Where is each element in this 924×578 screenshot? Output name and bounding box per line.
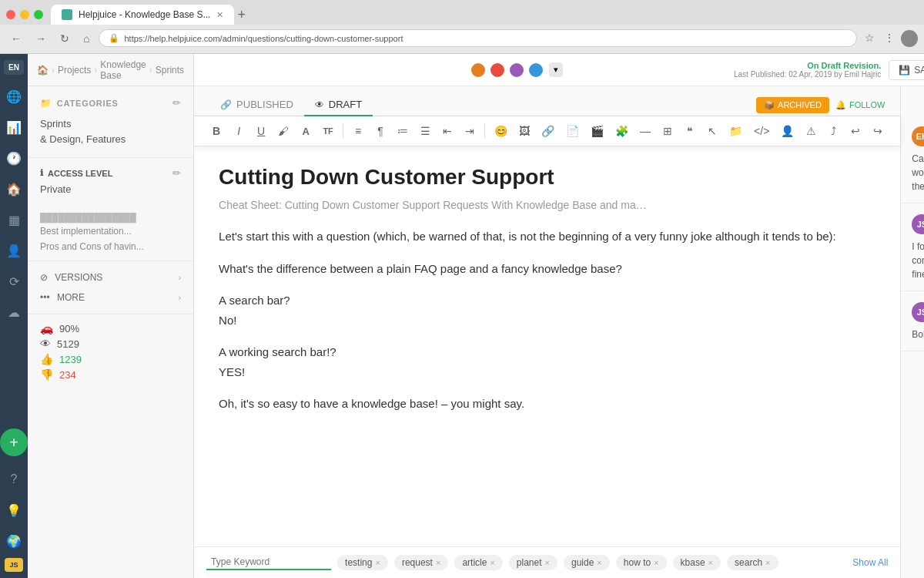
related-item-2[interactable]: Best implementation...: [40, 223, 181, 239]
comment-header-2: JS Jovan Savic 45 min. 11:23 Resolve ⋮: [912, 213, 924, 235]
views-icon: 👁: [40, 338, 51, 350]
toolbar-code[interactable]: </>: [749, 121, 774, 141]
js-badge[interactable]: JS: [5, 558, 22, 572]
toolbar-blockquote[interactable]: ❝: [680, 121, 700, 141]
stat-upvotes: 👍 1239: [40, 353, 181, 365]
toolbar-folder[interactable]: 📁: [725, 121, 747, 141]
keyword-input[interactable]: [206, 555, 331, 570]
tag-planet-close[interactable]: ×: [545, 558, 550, 567]
sidebar-icon-clock[interactable]: 🕐: [0, 144, 28, 172]
address-bar[interactable]: 🔒 https://help.helpjuice.com/admin/quest…: [99, 29, 857, 47]
toolbar-user[interactable]: 👤: [776, 121, 798, 141]
categories-edit-icon[interactable]: ✏: [172, 97, 181, 109]
versions-item[interactable]: ⊘ VERSIONS ›: [40, 267, 181, 287]
toolbar-link[interactable]: 🔗: [537, 121, 559, 141]
browser-chrome: Helpjuice - Knowledge Base S... ✕ + ← → …: [0, 0, 924, 54]
toolbar-align-left[interactable]: ≡: [348, 121, 368, 141]
toolbar-undo[interactable]: ↩: [845, 121, 865, 141]
tag-request-close[interactable]: ×: [436, 558, 440, 567]
comment-item-1: EH Emil Hajric 35 min. 11:34 Resolve ⋮ C…: [901, 116, 924, 203]
tab-title: Helpjuice - Knowledge Base S...: [79, 9, 210, 20]
save-draft-button[interactable]: 💾 SAVE DRAFT: [889, 60, 924, 80]
tag-article-close[interactable]: ×: [490, 558, 494, 567]
article-status-btns: 📦 ARCHIVED 🔔 FOLLOW: [756, 97, 885, 113]
bookmark-icon[interactable]: ☆: [862, 30, 878, 47]
follow-button[interactable]: 🔔 FOLLOW: [835, 100, 885, 110]
toolbar-warning[interactable]: ⚠: [801, 121, 821, 141]
breadcrumb-sprints[interactable]: Sprints: [156, 65, 184, 76]
archived-button[interactable]: 📦 ARCHIVED: [756, 97, 829, 113]
toolbar-share[interactable]: ⤴: [823, 121, 843, 141]
toolbar-image[interactable]: 🖼: [514, 121, 534, 141]
toolbar-font-color[interactable]: A: [296, 121, 316, 141]
tab-draft[interactable]: 👁 DRAFT: [304, 94, 373, 116]
toolbar-widget[interactable]: 🧩: [611, 121, 633, 141]
tag-guide-close[interactable]: ×: [597, 558, 601, 567]
tag-kbase-close[interactable]: ×: [708, 558, 713, 567]
add-button[interactable]: +: [0, 428, 28, 456]
stat-views: 👁 5129: [40, 338, 181, 350]
toolbar-redo[interactable]: ↪: [868, 121, 888, 141]
traffic-light-green[interactable]: [34, 10, 43, 19]
tag-search-close[interactable]: ×: [765, 558, 770, 567]
sidebar-icon-home[interactable]: 🏠: [0, 175, 28, 203]
toolbar-anchor[interactable]: ↖: [702, 121, 722, 141]
traffic-light-yellow[interactable]: [20, 10, 29, 19]
show-all-link[interactable]: Show All: [852, 557, 888, 568]
article-tabs: 🔗 PUBLISHED 👁 DRAFT 📦 ARCHIVED 🔔: [194, 86, 900, 116]
toolbar-underline[interactable]: U: [251, 121, 271, 141]
sidebar-icon-person[interactable]: 👤: [0, 237, 28, 264]
toolbar-ordered-list[interactable]: ≔: [393, 121, 413, 141]
toolbar-paragraph[interactable]: ¶: [370, 121, 390, 141]
sidebar-icon-globe[interactable]: 🌐: [0, 82, 28, 110]
more-icon: •••: [40, 292, 50, 303]
article-content[interactable]: Cutting Down Customer Support Cheat Shee…: [194, 146, 900, 546]
lang-badge[interactable]: EN: [4, 60, 24, 75]
sidebar-icon-bulb[interactable]: 💡: [0, 496, 28, 524]
back-button[interactable]: ←: [6, 31, 26, 46]
article-description: Cheat Sheet: Cutting Down Customer Suppo…: [219, 199, 875, 211]
toolbar-indent-left[interactable]: ⇤: [437, 121, 457, 141]
toolbar-file[interactable]: 📄: [561, 121, 584, 141]
toolbar-video[interactable]: 🎬: [586, 121, 608, 141]
sidebar-icon-cloud[interactable]: ☁: [0, 298, 28, 326]
tag-howto: how to ×: [616, 555, 667, 570]
comment-avatar-2: JS: [912, 214, 924, 234]
reload-button[interactable]: ↻: [55, 31, 74, 46]
toolbar-text-format[interactable]: TF: [318, 121, 338, 141]
settings-icon[interactable]: ⋮: [881, 30, 898, 47]
home-button[interactable]: ⌂: [79, 31, 94, 46]
tag-testing-close[interactable]: ×: [375, 558, 380, 567]
access-edit-icon[interactable]: ✏: [172, 167, 181, 179]
collab-dropdown-btn[interactable]: ▾: [549, 62, 563, 77]
article-body[interactable]: Let's start this with a question (which,…: [219, 227, 875, 414]
toolbar-divider[interactable]: —: [635, 121, 655, 141]
toolbar-emoji[interactable]: 😊: [490, 121, 512, 141]
toolbar-highlight[interactable]: 🖌: [273, 121, 293, 141]
tab-close-btn[interactable]: ✕: [216, 10, 223, 20]
related-item-3[interactable]: Pros and Cons of havin...: [40, 239, 181, 254]
sidebar-icon-help[interactable]: ?: [0, 465, 28, 493]
forward-button[interactable]: →: [31, 31, 51, 46]
sidebar-icon-bar[interactable]: ▦: [0, 206, 28, 234]
sidebar-icon-world[interactable]: 🌍: [0, 527, 28, 555]
tab-published[interactable]: 🔗 PUBLISHED: [209, 94, 304, 116]
tag-howto-close[interactable]: ×: [654, 558, 658, 567]
editor-area: 🔗 PUBLISHED 👁 DRAFT 📦 ARCHIVED 🔔: [194, 86, 924, 578]
toolbar-bold[interactable]: B: [206, 121, 226, 141]
browser-user-avatar[interactable]: [901, 30, 918, 47]
breadcrumb-knowledge-base[interactable]: Knowledge Base: [100, 59, 146, 81]
sidebar-icon-refresh[interactable]: ⟳: [0, 267, 28, 295]
more-item[interactable]: ••• MORE ›: [40, 287, 181, 307]
toolbar-table[interactable]: ⊞: [658, 121, 678, 141]
toolbar-unordered-list[interactable]: ☰: [415, 121, 435, 141]
new-tab-button[interactable]: +: [237, 7, 246, 23]
sidebar-icon-chart[interactable]: 📊: [0, 113, 28, 141]
toolbar-indent-right[interactable]: ⇥: [460, 121, 480, 141]
active-tab[interactable]: Helpjuice - Knowledge Base S... ✕: [51, 5, 234, 25]
breadcrumb-projects[interactable]: Projects: [58, 65, 91, 76]
category-value: Sprints & Design, Features: [40, 116, 181, 146]
traffic-light-red[interactable]: [6, 10, 15, 19]
body-para-4: A working search bar!?YES!: [219, 342, 875, 381]
toolbar-italic[interactable]: I: [229, 121, 249, 141]
